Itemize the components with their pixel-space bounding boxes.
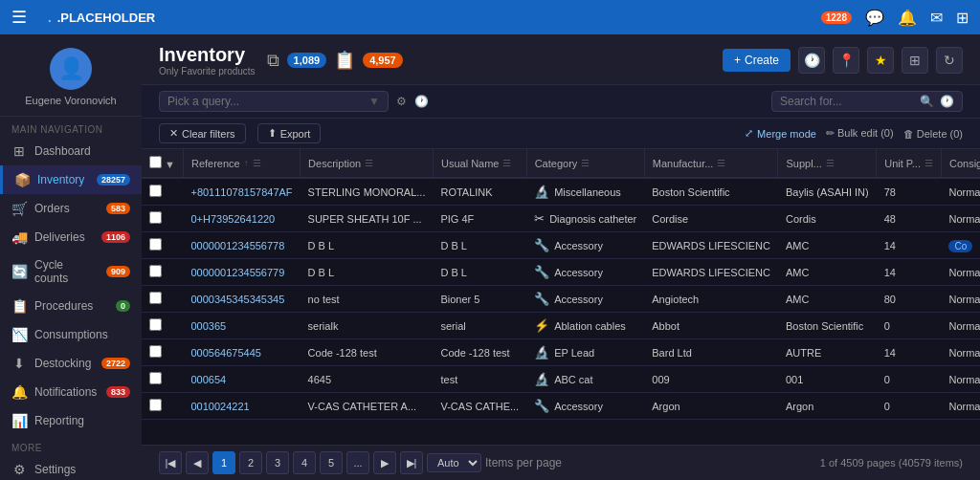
sort-asc-icon[interactable]: ↑: [244, 158, 249, 168]
row-mfr: Argon: [644, 393, 778, 420]
next-page-button[interactable]: ▶: [373, 451, 396, 474]
row-mfr: Cordise: [644, 206, 778, 232]
refresh-button[interactable]: ↻: [936, 47, 963, 74]
page-3-button[interactable]: 3: [266, 451, 289, 474]
sidebar-item-label: Procedures: [34, 299, 93, 313]
bell-icon[interactable]: 🔔: [898, 9, 917, 27]
row-checkbox-cell[interactable]: [142, 393, 183, 420]
page-2-button[interactable]: 2: [239, 451, 262, 474]
row-consign: Co: [941, 232, 980, 259]
create-button[interactable]: + Create: [723, 49, 791, 72]
action-bar-right: ⤢ Merge mode ✏ Bulk edit (0) 🗑 Delete (0…: [745, 127, 963, 140]
bulk-edit-button[interactable]: ✏ Bulk edit (0): [826, 127, 894, 140]
query-search-bar[interactable]: ▼: [159, 91, 389, 112]
sidebar-item-orders[interactable]: 🛒 Orders 583: [0, 194, 142, 223]
row-unit-price: 14: [877, 232, 942, 259]
page-1-button[interactable]: 1: [212, 451, 235, 474]
row-checkbox[interactable]: [149, 399, 162, 411]
clear-filters-button[interactable]: ✕ Clear filters: [159, 123, 246, 143]
search-input[interactable]: [780, 95, 914, 108]
export-button[interactable]: ⬆ Export: [257, 123, 322, 143]
row-checkbox[interactable]: [149, 185, 162, 197]
ellipsis-button[interactable]: ...: [346, 451, 369, 474]
sidebar-item-cycle-counts[interactable]: 🔄 Cycle counts 909: [0, 251, 142, 292]
category-icon: 🔬: [534, 345, 549, 360]
first-page-button[interactable]: |◀: [159, 451, 182, 474]
sidebar-item-label: Inventory: [37, 173, 84, 186]
view-grid-button[interactable]: ⊞: [902, 47, 928, 74]
header-dropdown-icon[interactable]: ▼: [165, 159, 175, 170]
row-checkbox-cell[interactable]: [142, 339, 183, 366]
row-ref: 000365: [183, 313, 300, 339]
row-usual: test: [433, 366, 526, 393]
sidebar-item-settings[interactable]: ⚙ Settings: [0, 455, 142, 480]
filter-icon[interactable]: ☰: [253, 158, 261, 168]
filter-icon-mfr[interactable]: ☰: [717, 158, 725, 168]
row-checkbox[interactable]: [149, 238, 162, 251]
row-desc: D B L: [301, 232, 434, 259]
row-ref: +80111078157847AF: [183, 178, 300, 206]
message-icon[interactable]: ✉: [930, 9, 943, 27]
select-all-header[interactable]: ▼: [142, 149, 183, 178]
row-checkbox[interactable]: [149, 318, 162, 331]
gear-icon[interactable]: ⚙: [396, 95, 407, 108]
delete-button[interactable]: 🗑 Delete (0): [903, 128, 963, 140]
category-icon: 🔧: [534, 238, 549, 252]
filter-icon-supp[interactable]: ☰: [826, 158, 835, 168]
query-input[interactable]: [167, 95, 365, 108]
filter-icon-usual[interactable]: ☰: [502, 158, 511, 168]
history-button[interactable]: 🕐: [798, 47, 825, 74]
merge-mode-button[interactable]: ⤢ Merge mode: [745, 127, 816, 140]
row-checkbox[interactable]: [149, 345, 162, 358]
sidebar-item-inventory[interactable]: 📦 Inventory 28257: [0, 165, 142, 194]
row-checkbox-cell[interactable]: [142, 313, 183, 339]
row-checkbox-cell[interactable]: [142, 178, 183, 206]
row-desc: no test: [301, 286, 434, 313]
sidebar-item-deliveries[interactable]: 🚚 Deliveries 1106: [0, 223, 142, 251]
location-button[interactable]: 📍: [833, 47, 859, 74]
clock-icon[interactable]: 🕐: [414, 95, 429, 108]
page-4-button[interactable]: 4: [293, 451, 316, 474]
search-icon[interactable]: 🔍: [920, 95, 934, 108]
search-clock-icon[interactable]: 🕐: [940, 95, 954, 108]
page-title: Inventory: [159, 44, 256, 66]
inventory-badge: 28257: [97, 174, 130, 185]
row-checkbox[interactable]: [149, 292, 162, 304]
sidebar-item-dashboard[interactable]: ⊞ Dashboard: [0, 137, 142, 165]
star-button[interactable]: ★: [867, 47, 894, 74]
prev-page-button[interactable]: ◀: [186, 451, 209, 474]
select-all-checkbox[interactable]: [149, 156, 162, 168]
notification-badge[interactable]: 1228: [821, 11, 852, 24]
row-checkbox-cell[interactable]: [142, 286, 183, 313]
sidebar-item-consumptions[interactable]: 📉 Consumptions: [0, 320, 142, 349]
filter-icon-unit[interactable]: ☰: [924, 158, 933, 168]
per-page-select[interactable]: Auto 25 50 100: [427, 453, 481, 472]
row-checkbox[interactable]: [149, 211, 162, 224]
row-ref: 0000001234556778: [183, 232, 300, 259]
chat-icon[interactable]: 💬: [865, 9, 884, 27]
row-cat: 🔧 Accessory: [526, 286, 644, 313]
export-icon: ⬆: [268, 127, 277, 140]
row-checkbox-cell[interactable]: [142, 366, 183, 393]
sidebar-item-notifications[interactable]: 🔔 Notifications 833: [0, 378, 142, 406]
filter-icon-cat[interactable]: ☰: [581, 158, 590, 168]
table-row: 0000345345345345 no test Bioner 5 🔧 Acce…: [142, 286, 980, 313]
sidebar-item-procedures[interactable]: 📋 Procedures 0: [0, 292, 142, 320]
row-checkbox[interactable]: [149, 372, 162, 384]
grid-icon[interactable]: ⊞: [956, 9, 969, 27]
last-page-button[interactable]: ▶|: [400, 451, 423, 474]
sidebar-item-destocking[interactable]: ⬇ Destocking 2722: [0, 349, 142, 378]
row-checkbox-cell[interactable]: [142, 232, 183, 259]
row-checkbox-cell[interactable]: [142, 206, 183, 232]
category-name: Accessory: [554, 240, 603, 251]
row-checkbox-cell[interactable]: [142, 259, 183, 286]
hamburger-icon[interactable]: ☰: [11, 7, 27, 28]
deliveries-icon: 🚚: [11, 229, 27, 245]
category-name: ABC cat: [554, 374, 592, 385]
sidebar-item-reporting[interactable]: 📊 Reporting: [0, 406, 142, 435]
dropdown-arrow-icon[interactable]: ▼: [368, 95, 380, 108]
row-checkbox[interactable]: [149, 265, 162, 277]
page-5-button[interactable]: 5: [320, 451, 343, 474]
filter-icon-desc[interactable]: ☰: [365, 158, 373, 168]
search-right-bar[interactable]: 🔍 🕐: [771, 91, 963, 112]
